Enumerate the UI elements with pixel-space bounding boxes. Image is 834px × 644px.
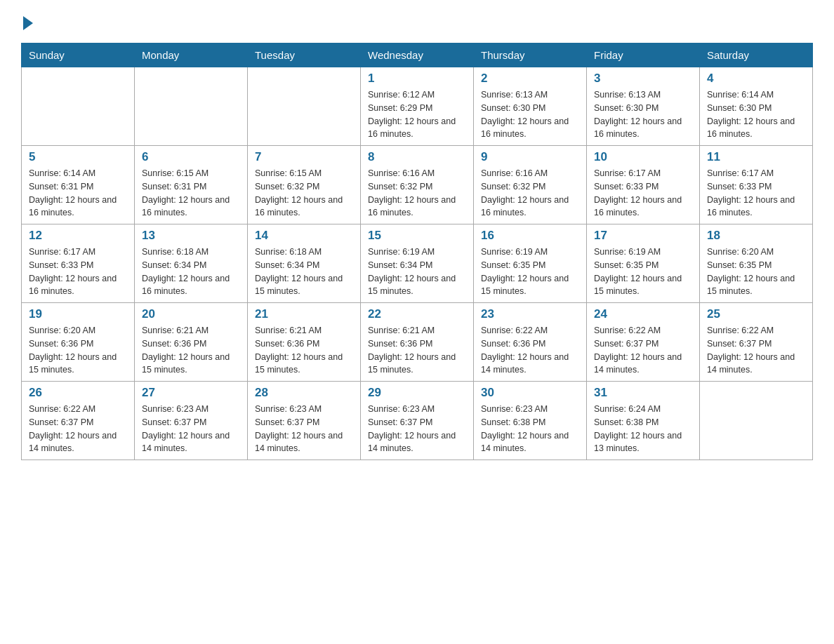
calendar-week-row: 19Sunrise: 6:20 AM Sunset: 6:36 PM Dayli… [22, 303, 813, 382]
day-info: Sunrise: 6:19 AM Sunset: 6:34 PM Dayligh… [368, 246, 466, 298]
calendar-table: SundayMondayTuesdayWednesdayThursdayFrid… [21, 43, 813, 460]
calendar-cell: 8Sunrise: 6:16 AM Sunset: 6:32 PM Daylig… [361, 146, 474, 224]
day-number: 3 [594, 72, 692, 86]
day-number: 29 [368, 386, 466, 400]
day-number: 31 [594, 386, 692, 400]
logo [21, 14, 34, 30]
day-info: Sunrise: 6:20 AM Sunset: 6:35 PM Dayligh… [707, 246, 805, 298]
day-info: Sunrise: 6:22 AM Sunset: 6:36 PM Dayligh… [481, 324, 579, 377]
calendar-week-row: 26Sunrise: 6:22 AM Sunset: 6:37 PM Dayli… [22, 382, 813, 460]
day-info: Sunrise: 6:13 AM Sunset: 6:30 PM Dayligh… [594, 88, 692, 141]
day-info: Sunrise: 6:18 AM Sunset: 6:34 PM Dayligh… [255, 246, 353, 298]
calendar-cell: 23Sunrise: 6:22 AM Sunset: 6:36 PM Dayli… [474, 303, 587, 382]
day-info: Sunrise: 6:16 AM Sunset: 6:32 PM Dayligh… [481, 167, 579, 220]
calendar-cell [22, 67, 135, 146]
calendar-week-row: 5Sunrise: 6:14 AM Sunset: 6:31 PM Daylig… [22, 146, 813, 224]
calendar-week-row: 1Sunrise: 6:12 AM Sunset: 6:29 PM Daylig… [22, 67, 813, 146]
calendar-cell: 4Sunrise: 6:14 AM Sunset: 6:30 PM Daylig… [700, 67, 813, 146]
day-info: Sunrise: 6:21 AM Sunset: 6:36 PM Dayligh… [368, 324, 466, 377]
calendar-cell: 30Sunrise: 6:23 AM Sunset: 6:38 PM Dayli… [474, 382, 587, 460]
day-info: Sunrise: 6:17 AM Sunset: 6:33 PM Dayligh… [707, 167, 805, 220]
calendar-cell [135, 67, 248, 146]
day-number: 13 [142, 229, 240, 243]
weekday-header-wednesday: Wednesday [361, 43, 474, 67]
calendar-cell: 1Sunrise: 6:12 AM Sunset: 6:29 PM Daylig… [361, 67, 474, 146]
day-info: Sunrise: 6:19 AM Sunset: 6:35 PM Dayligh… [481, 246, 579, 298]
day-info: Sunrise: 6:13 AM Sunset: 6:30 PM Dayligh… [481, 88, 579, 141]
day-number: 10 [594, 150, 692, 164]
day-info: Sunrise: 6:18 AM Sunset: 6:34 PM Dayligh… [142, 246, 240, 298]
day-info: Sunrise: 6:15 AM Sunset: 6:32 PM Dayligh… [255, 167, 353, 220]
day-number: 30 [481, 386, 579, 400]
day-number: 20 [142, 307, 240, 321]
weekday-header-friday: Friday [587, 43, 700, 67]
calendar-cell: 28Sunrise: 6:23 AM Sunset: 6:37 PM Dayli… [248, 382, 361, 460]
day-info: Sunrise: 6:12 AM Sunset: 6:29 PM Dayligh… [368, 88, 466, 141]
calendar-cell: 27Sunrise: 6:23 AM Sunset: 6:37 PM Dayli… [135, 382, 248, 460]
calendar-cell: 11Sunrise: 6:17 AM Sunset: 6:33 PM Dayli… [700, 146, 813, 224]
day-number: 18 [707, 229, 805, 243]
day-number: 25 [707, 307, 805, 321]
day-number: 16 [481, 229, 579, 243]
logo-arrow-icon [23, 16, 33, 30]
day-info: Sunrise: 6:16 AM Sunset: 6:32 PM Dayligh… [368, 167, 466, 220]
calendar-cell: 13Sunrise: 6:18 AM Sunset: 6:34 PM Dayli… [135, 224, 248, 303]
calendar-cell: 31Sunrise: 6:24 AM Sunset: 6:38 PM Dayli… [587, 382, 700, 460]
calendar-cell: 17Sunrise: 6:19 AM Sunset: 6:35 PM Dayli… [587, 224, 700, 303]
calendar-cell: 24Sunrise: 6:22 AM Sunset: 6:37 PM Dayli… [587, 303, 700, 382]
day-number: 24 [594, 307, 692, 321]
day-number: 23 [481, 307, 579, 321]
day-info: Sunrise: 6:23 AM Sunset: 6:37 PM Dayligh… [368, 403, 466, 455]
day-number: 28 [255, 386, 353, 400]
calendar-cell: 6Sunrise: 6:15 AM Sunset: 6:31 PM Daylig… [135, 146, 248, 224]
calendar-cell [700, 382, 813, 460]
day-info: Sunrise: 6:17 AM Sunset: 6:33 PM Dayligh… [594, 167, 692, 220]
weekday-header-saturday: Saturday [700, 43, 813, 67]
calendar-cell: 9Sunrise: 6:16 AM Sunset: 6:32 PM Daylig… [474, 146, 587, 224]
calendar-cell: 18Sunrise: 6:20 AM Sunset: 6:35 PM Dayli… [700, 224, 813, 303]
weekday-header-row: SundayMondayTuesdayWednesdayThursdayFrid… [22, 43, 813, 67]
calendar-cell: 10Sunrise: 6:17 AM Sunset: 6:33 PM Dayli… [587, 146, 700, 224]
day-number: 21 [255, 307, 353, 321]
day-number: 8 [368, 150, 466, 164]
weekday-header-monday: Monday [135, 43, 248, 67]
calendar-cell [248, 67, 361, 146]
calendar-cell: 16Sunrise: 6:19 AM Sunset: 6:35 PM Dayli… [474, 224, 587, 303]
weekday-header-thursday: Thursday [474, 43, 587, 67]
day-number: 12 [29, 229, 127, 243]
calendar-cell: 19Sunrise: 6:20 AM Sunset: 6:36 PM Dayli… [22, 303, 135, 382]
day-info: Sunrise: 6:17 AM Sunset: 6:33 PM Dayligh… [29, 246, 127, 298]
day-number: 6 [142, 150, 240, 164]
calendar-cell: 22Sunrise: 6:21 AM Sunset: 6:36 PM Dayli… [361, 303, 474, 382]
day-info: Sunrise: 6:23 AM Sunset: 6:38 PM Dayligh… [481, 403, 579, 455]
calendar-cell: 2Sunrise: 6:13 AM Sunset: 6:30 PM Daylig… [474, 67, 587, 146]
day-info: Sunrise: 6:23 AM Sunset: 6:37 PM Dayligh… [255, 403, 353, 455]
day-number: 11 [707, 150, 805, 164]
calendar-cell: 7Sunrise: 6:15 AM Sunset: 6:32 PM Daylig… [248, 146, 361, 224]
weekday-header-sunday: Sunday [22, 43, 135, 67]
calendar-cell: 20Sunrise: 6:21 AM Sunset: 6:36 PM Dayli… [135, 303, 248, 382]
calendar-cell: 5Sunrise: 6:14 AM Sunset: 6:31 PM Daylig… [22, 146, 135, 224]
day-info: Sunrise: 6:24 AM Sunset: 6:38 PM Dayligh… [594, 403, 692, 455]
calendar-cell: 3Sunrise: 6:13 AM Sunset: 6:30 PM Daylig… [587, 67, 700, 146]
calendar-cell: 12Sunrise: 6:17 AM Sunset: 6:33 PM Dayli… [22, 224, 135, 303]
day-info: Sunrise: 6:22 AM Sunset: 6:37 PM Dayligh… [594, 324, 692, 377]
calendar-week-row: 12Sunrise: 6:17 AM Sunset: 6:33 PM Dayli… [22, 224, 813, 303]
day-number: 15 [368, 229, 466, 243]
day-info: Sunrise: 6:14 AM Sunset: 6:31 PM Dayligh… [29, 167, 127, 220]
calendar-cell: 21Sunrise: 6:21 AM Sunset: 6:36 PM Dayli… [248, 303, 361, 382]
day-info: Sunrise: 6:21 AM Sunset: 6:36 PM Dayligh… [142, 324, 240, 377]
day-number: 5 [29, 150, 127, 164]
calendar-cell: 15Sunrise: 6:19 AM Sunset: 6:34 PM Dayli… [361, 224, 474, 303]
calendar-cell: 29Sunrise: 6:23 AM Sunset: 6:37 PM Dayli… [361, 382, 474, 460]
calendar-cell: 14Sunrise: 6:18 AM Sunset: 6:34 PM Dayli… [248, 224, 361, 303]
day-number: 22 [368, 307, 466, 321]
day-number: 26 [29, 386, 127, 400]
day-info: Sunrise: 6:23 AM Sunset: 6:37 PM Dayligh… [142, 403, 240, 455]
day-info: Sunrise: 6:20 AM Sunset: 6:36 PM Dayligh… [29, 324, 127, 377]
day-number: 27 [142, 386, 240, 400]
day-number: 4 [707, 72, 805, 86]
day-number: 2 [481, 72, 579, 86]
day-info: Sunrise: 6:14 AM Sunset: 6:30 PM Dayligh… [707, 88, 805, 141]
day-number: 9 [481, 150, 579, 164]
